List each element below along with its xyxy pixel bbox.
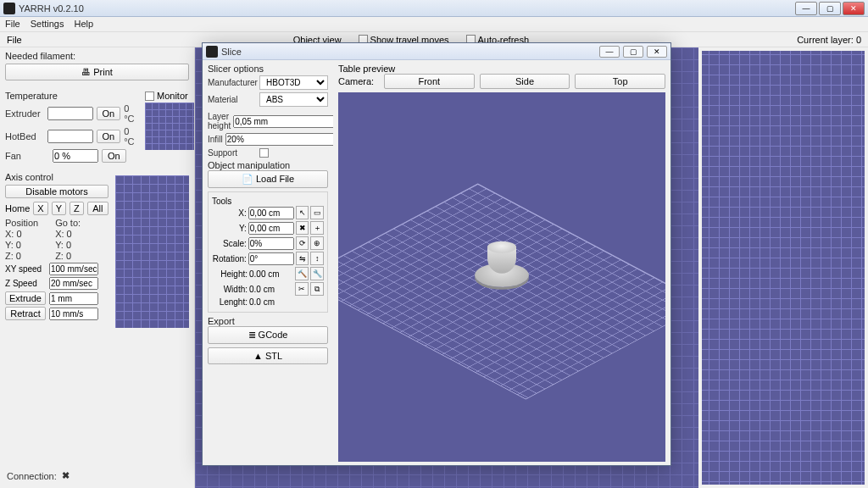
dialog-icon xyxy=(206,46,218,58)
disconnected-icon: ✖ xyxy=(62,470,70,481)
needed-filament-label: Needed filament: xyxy=(5,51,189,61)
rotate-icon[interactable]: ⟳ xyxy=(296,236,309,250)
copy-icon[interactable]: ⧉ xyxy=(310,282,324,296)
model-object[interactable] xyxy=(475,263,529,287)
material-select[interactable]: ABS xyxy=(259,92,328,107)
home-z-button[interactable]: Z xyxy=(70,202,84,215)
file-section-label: File xyxy=(7,35,22,45)
camera-label: Camera: xyxy=(338,76,379,86)
menu-help[interactable]: Help xyxy=(74,19,93,30)
delete-icon[interactable]: ✖ xyxy=(296,221,309,235)
fan-input[interactable] xyxy=(53,149,98,163)
layer-height-input[interactable] xyxy=(233,115,333,128)
x-input[interactable] xyxy=(248,207,294,219)
extruder-on-button[interactable]: On xyxy=(97,107,121,120)
cut-icon[interactable]: ✂ xyxy=(295,282,309,296)
wrench-icon[interactable]: 🔧 xyxy=(310,267,324,280)
xy-speed-input[interactable] xyxy=(49,263,98,275)
layer-preview[interactable] xyxy=(702,51,865,485)
mirror-icon[interactable]: ⇋ xyxy=(296,252,309,265)
camera-side-button[interactable]: Side xyxy=(480,74,570,89)
rotation-input[interactable] xyxy=(248,252,294,265)
table-preview-label: Table preview xyxy=(338,64,665,74)
tools-label: Tools xyxy=(212,197,231,206)
goto-column: Go to: X: 0Y: 0Z: 0 xyxy=(55,218,81,261)
retract-input[interactable] xyxy=(49,308,98,320)
add-icon[interactable]: ＋ xyxy=(310,221,324,235)
current-layer-label: Current layer: 0 xyxy=(797,35,861,45)
maximize-button[interactable]: ▢ xyxy=(819,2,841,15)
export-gcode-button[interactable]: ≣ GCode xyxy=(208,326,328,344)
axis-grid-preview xyxy=(115,175,189,328)
extrude-button[interactable]: Extrude xyxy=(5,291,46,305)
table-preview-3d[interactable] xyxy=(338,92,665,462)
z-speed-input[interactable] xyxy=(49,277,98,290)
center-icon[interactable]: ⊕ xyxy=(310,236,324,250)
camera-front-button[interactable]: Front xyxy=(384,74,475,89)
temperature-label: Temperature xyxy=(5,91,140,101)
extruder-temp-input[interactable] xyxy=(47,107,93,120)
dialog-minimize-button[interactable]: — xyxy=(599,46,620,58)
temperature-monitor-graph xyxy=(145,103,195,150)
close-button[interactable]: ✕ xyxy=(843,2,865,15)
retract-button[interactable]: Retract xyxy=(5,307,46,320)
window-titlebar: YARRH v0.2.10 — ▢ ✕ xyxy=(0,0,868,17)
menu-settings[interactable]: Settings xyxy=(31,19,64,30)
home-y-button[interactable]: Y xyxy=(52,202,66,215)
app-icon xyxy=(3,3,15,14)
minimize-button[interactable]: — xyxy=(795,2,817,15)
camera-top-button[interactable]: Top xyxy=(575,74,665,89)
hotbed-on-button[interactable]: On xyxy=(97,130,121,143)
fan-on-button[interactable]: On xyxy=(102,149,126,163)
slice-dialog: Slice — ▢ ✕ Slicer options ManufacturerH… xyxy=(202,42,671,466)
menu-file[interactable]: File xyxy=(5,19,20,30)
monitor-checkbox[interactable]: Monitor xyxy=(145,91,188,101)
y-input[interactable] xyxy=(248,222,294,235)
export-stl-button[interactable]: ▲ STL xyxy=(208,347,328,364)
support-checkbox[interactable] xyxy=(259,148,269,158)
object-manipulation-label: Object manipulation xyxy=(208,160,290,170)
slicer-options-label: Slicer options xyxy=(208,64,328,74)
connection-status: Connection:✖ xyxy=(7,470,70,481)
menubar: File Settings Help xyxy=(0,17,868,32)
infill-input[interactable] xyxy=(225,133,333,146)
scale-input[interactable] xyxy=(248,237,294,250)
hotbed-temp-input[interactable] xyxy=(47,130,93,143)
print-button[interactable]: 🖶 Print xyxy=(5,64,189,80)
window-title: YARRH v0.2.10 xyxy=(19,3,795,14)
extrude-input[interactable] xyxy=(49,292,98,305)
load-file-button[interactable]: 📄 Load File xyxy=(208,170,328,188)
dialog-maximize-button[interactable]: ▢ xyxy=(623,46,643,58)
export-label: Export xyxy=(208,316,235,326)
dialog-title: Slice xyxy=(221,47,599,57)
align-icon[interactable]: ↕ xyxy=(310,252,324,265)
position-column: Position X: 0Y: 0Z: 0 xyxy=(5,218,38,261)
home-x-button[interactable]: X xyxy=(33,202,47,215)
dialog-close-button[interactable]: ✕ xyxy=(647,46,667,58)
pointer-icon[interactable]: ↖ xyxy=(296,206,309,219)
disable-motors-button[interactable]: Disable motors xyxy=(5,185,108,198)
select-icon[interactable]: ▭ xyxy=(310,206,324,219)
axis-control-label: Axis control xyxy=(5,172,108,182)
home-all-button[interactable]: All xyxy=(87,202,108,215)
manufacturer-select[interactable]: HBOT3D xyxy=(259,75,328,90)
hammer-icon[interactable]: 🔨 xyxy=(295,267,309,280)
